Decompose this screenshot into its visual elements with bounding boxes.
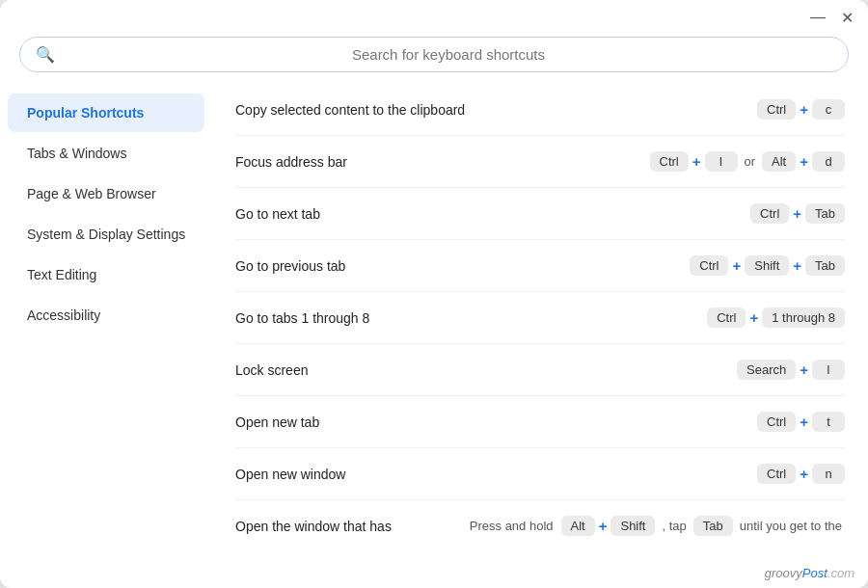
title-bar-controls: — ✕ <box>808 8 856 27</box>
keyboard-shortcuts-window: — ✕ 🔍 Popular ShortcutsTabs & WindowsPag… <box>0 0 868 588</box>
key-badge: Alt <box>561 516 595 536</box>
sidebar-item-accessibility[interactable]: Accessibility <box>8 296 204 334</box>
key-plus: + <box>800 361 808 378</box>
key-badge: Tab <box>693 516 733 536</box>
key-plus: + <box>732 257 741 274</box>
key-badge: Shift <box>610 516 655 536</box>
key-plus: + <box>793 257 801 274</box>
key-plus: + <box>749 309 758 326</box>
key-badge: Shift <box>745 255 789 276</box>
shortcut-desc: Copy selected content to the clipboard <box>235 102 757 118</box>
key-plus: + <box>800 153 808 170</box>
key-badge: Ctrl <box>650 151 689 172</box>
last-row-prefix: Press and hold <box>470 519 554 533</box>
key-badge: n <box>812 464 845 484</box>
search-bar-area: 🔍 <box>0 31 868 84</box>
search-icon: 🔍 <box>36 45 55 64</box>
sidebar-item-popular[interactable]: Popular Shortcuts <box>8 94 204 132</box>
key-badge: Ctrl <box>757 464 796 484</box>
key-plus: + <box>800 414 808 430</box>
key-badge: c <box>812 99 845 120</box>
shortcut-row: Go to next tabCtrl+Tab <box>235 188 845 240</box>
shortcut-desc: Go to tabs 1 through 8 <box>235 310 707 326</box>
key-badge: Tab <box>805 255 845 276</box>
search-bar: 🔍 <box>19 37 849 72</box>
last-shortcut-desc: Open the window that has <box>235 519 470 534</box>
key-plus: + <box>793 205 801 222</box>
minimize-button[interactable]: — <box>808 8 827 27</box>
shortcut-desc: Go to next tab <box>235 206 750 222</box>
key-badge: l <box>812 360 845 380</box>
shortcut-desc: Go to previous tab <box>235 258 690 274</box>
key-plus: + <box>800 101 808 118</box>
shortcut-row: Open new windowCtrl+n <box>235 448 845 500</box>
key-badge: Ctrl <box>690 255 728 276</box>
key-comma: , tap <box>662 519 686 533</box>
shortcut-desc: Open new tab <box>235 414 757 430</box>
sidebar-item-tabs[interactable]: Tabs & Windows <box>8 134 204 173</box>
shortcut-row: Go to previous tabCtrl+Shift+Tab <box>235 240 845 292</box>
last-shortcut-row: Open the window that hasPress and holdAl… <box>235 500 845 544</box>
shortcut-keys: Ctrl+Shift+Tab <box>690 255 845 276</box>
shortcut-keys: Ctrl+1 through 8 <box>707 307 845 328</box>
sidebar-item-system[interactable]: System & Display Settings <box>8 215 204 254</box>
close-button[interactable]: ✕ <box>837 8 856 27</box>
sidebar: Popular ShortcutsTabs & WindowsPage & We… <box>0 84 212 588</box>
sidebar-item-text[interactable]: Text Editing <box>8 255 204 294</box>
last-row-keys: Press and holdAlt+Shift, tapTabuntil you… <box>470 516 845 536</box>
key-badge: Ctrl <box>757 412 796 432</box>
key-badge: 1 through 8 <box>762 307 845 328</box>
key-badge: Ctrl <box>750 203 789 224</box>
key-badge: Tab <box>805 203 845 224</box>
key-text: until you get to the <box>740 519 842 533</box>
key-badge: l <box>705 151 738 172</box>
shortcut-desc: Focus address bar <box>235 154 650 170</box>
main-content: Popular ShortcutsTabs & WindowsPage & We… <box>0 84 868 588</box>
shortcut-row: Go to tabs 1 through 8Ctrl+1 through 8 <box>235 292 845 344</box>
shortcut-keys: Ctrl+n <box>757 464 845 484</box>
shortcut-row: Lock screenSearch+l <box>235 344 845 396</box>
key-or: or <box>745 154 756 169</box>
key-badge: d <box>812 151 845 172</box>
shortcut-keys: Ctrl+c <box>757 99 845 120</box>
key-plus: + <box>800 466 808 482</box>
content-area: Copy selected content to the clipboardCt… <box>212 84 868 588</box>
shortcut-keys: Ctrl+Tab <box>750 203 845 224</box>
search-input[interactable] <box>65 46 832 63</box>
key-badge: Ctrl <box>757 99 796 120</box>
key-badge: Alt <box>762 151 796 172</box>
shortcut-desc: Lock screen <box>235 362 737 378</box>
shortcut-row: Copy selected content to the clipboardCt… <box>235 84 845 136</box>
key-badge: Search <box>737 360 796 380</box>
sidebar-item-page[interactable]: Page & Web Browser <box>8 174 204 213</box>
shortcut-keys: Ctrl+t <box>757 412 845 432</box>
shortcut-row: Focus address barCtrl+lorAlt+d <box>235 136 845 188</box>
key-badge: t <box>812 412 845 432</box>
shortcut-row: Open new tabCtrl+t <box>235 396 845 448</box>
title-bar: — ✕ <box>0 0 868 31</box>
shortcut-desc: Open new window <box>235 467 757 482</box>
key-badge: Ctrl <box>707 307 746 328</box>
key-plus: + <box>692 153 701 170</box>
shortcut-keys: Search+l <box>737 360 845 380</box>
shortcut-keys: Ctrl+lorAlt+d <box>650 151 845 172</box>
key-plus: + <box>599 518 608 534</box>
